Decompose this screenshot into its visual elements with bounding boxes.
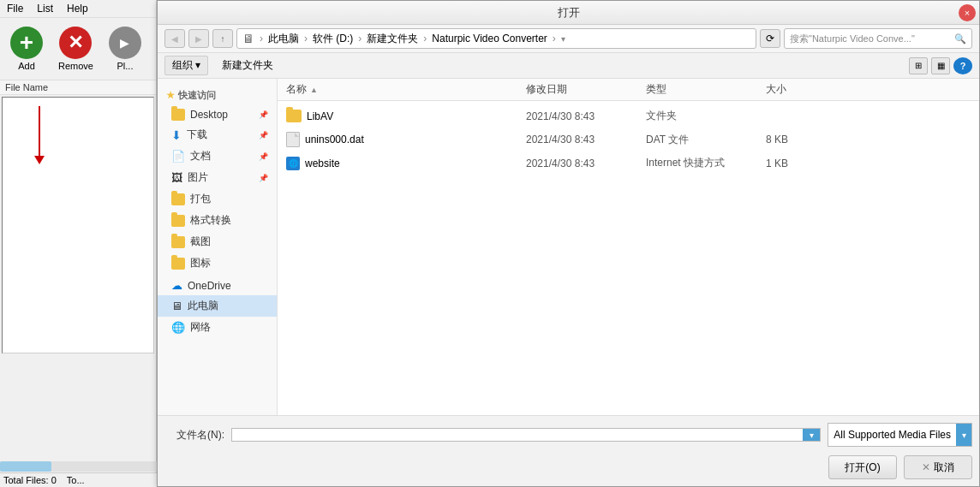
web-file-icon: 🌐 [286,157,300,170]
forward-button[interactable]: ▶ [188,29,209,48]
menu-bar: File List Help [0,0,156,18]
help-button[interactable]: ? [953,57,972,74]
sidebar-item-network[interactable]: 🌐 网络 [158,317,277,338]
pin-icon: 📌 [259,110,268,119]
path-segment-3: Naturpic Video Converter [432,33,547,45]
bottom-bar: Total Files: 0 To... [0,472,157,487]
sidebar-item-desktop[interactable]: Desktop 📌 [158,105,277,124]
file-list-area [2,97,154,353]
add-icon: + [10,27,43,59]
organize-button[interactable]: 组织 ▾ [164,56,208,75]
remove-button[interactable]: ✕ Remove [51,23,100,74]
sidebar-item-download[interactable]: ⬇ 下载 📌 [158,124,277,146]
computer-icon: 🖥 [171,300,182,312]
sidebar-item-onedrive[interactable]: ☁ OneDrive [158,274,277,295]
back-button[interactable]: ◀ [164,29,185,48]
table-row[interactable]: unins000.dat 2021/4/30 8:43 DAT 文件 8 KB [278,128,979,151]
open-button[interactable]: 打开(O) [828,455,897,479]
play-button[interactable]: ▶ Pl... [102,23,148,74]
sidebar-item-convert[interactable]: 格式转换 [158,210,277,231]
file-date-libav: 2021/4/30 8:43 [526,110,646,122]
dialog-bottom: 文件名(N): ▾ All Supported Media Files ▾ 打开… [158,415,979,486]
col-header-date[interactable]: 修改日期 [526,82,646,97]
nav-sidebar: ★ 快速访问 Desktop 📌 ⬇ 下载 📌 📄 文档 📌 🖼 图片 [158,79,278,415]
file-name-dat: unins000.dat [286,132,526,147]
dialog-toolbar: ◀ ▶ ↑ 🖥 › 此电脑 › 软件 (D:) › 新建文件夹 › Naturp… [158,25,979,53]
folder-icon [171,109,185,121]
search-placeholder-text: 搜索"Naturpic Video Conve..." [790,33,915,45]
menu-list[interactable]: List [35,2,55,15]
sidebar-item-images[interactable]: 🖼 图片 📌 [158,167,277,188]
filetype-dropdown-button[interactable]: ▾ [956,424,971,446]
file-size-dat: 8 KB [766,134,834,146]
view-grid-button[interactable]: ▦ [931,57,950,74]
sidebar-item-this-pc[interactable]: 🖥 此电脑 [158,295,277,317]
left-toolbar: + Add ✕ Remove ▶ Pl... [0,18,156,80]
filename-dropdown-button[interactable]: ▾ [803,429,820,441]
file-name-libav: LibAV [286,110,526,122]
filetype-wrapper[interactable]: All Supported Media Files ▾ [828,423,972,447]
path-bar[interactable]: 🖥 › 此电脑 › 软件 (D:) › 新建文件夹 › Naturpic Vid… [236,28,756,49]
image-icon: 🖼 [171,171,182,184]
view-details-button[interactable]: ⊞ [909,57,928,74]
folder-icon-4 [171,236,185,248]
action-buttons: 打开(O) ✕ 取消 [164,452,972,479]
file-table-header: 名称 ▲ 修改日期 类型 大小 [278,79,979,101]
new-folder-button[interactable]: 新建文件夹 [215,56,280,74]
sidebar-item-icons[interactable]: 图标 [158,252,277,274]
folder-icon-3 [171,215,185,227]
file-date-dat: 2021/4/30 8:43 [526,134,646,146]
cancel-button[interactable]: ✕ 取消 [904,455,972,479]
sidebar-item-screenshot[interactable]: 截图 [158,231,277,252]
folder-file-icon [286,110,302,122]
col-header-name[interactable]: 名称 ▲ [286,82,526,97]
scrollbar-area[interactable] [0,461,157,472]
up-button[interactable]: ↑ [212,29,233,48]
sidebar-item-pack[interactable]: 打包 [158,188,277,210]
table-row[interactable]: LibAV 2021/4/30 8:43 文件夹 [278,104,979,128]
menu-file[interactable]: File [5,2,25,15]
play-icon: ▶ [109,27,141,59]
col-header-size[interactable]: 大小 [766,82,834,97]
menu-help[interactable]: Help [65,2,90,15]
scrollbar-thumb[interactable] [0,461,51,472]
quick-access-header: ★ 快速访问 [158,86,277,105]
onedrive-icon: ☁ [171,279,182,292]
remove-label: Remove [58,61,93,71]
path-computer-icon: 🖥 [242,32,254,45]
filetype-text: All Supported Media Files [828,424,956,446]
filename-label: 文件名(N): [164,428,224,442]
search-bar[interactable]: 搜索"Naturpic Video Conve..." 🔍 [784,28,972,49]
dialog-body: ★ 快速访问 Desktop 📌 ⬇ 下载 📌 📄 文档 📌 🖼 图片 [158,79,979,415]
add-button[interactable]: + Add [3,23,50,74]
filename-row: 文件名(N): ▾ All Supported Media Files ▾ [164,423,972,447]
file-area: 名称 ▲ 修改日期 类型 大小 LibAV [278,79,979,415]
col-header-type[interactable]: 类型 [646,82,766,97]
file-dialog: 打开 × ◀ ▶ ↑ 🖥 › 此电脑 › 软件 (D:) › 新建文件夹 › N… [157,0,980,487]
doc-icon: 📄 [171,150,185,163]
file-table-body: LibAV 2021/4/30 8:43 文件夹 [278,101,979,415]
filename-input[interactable] [232,429,803,441]
dialog-title-bar: 打开 × [158,1,979,25]
table-row[interactable]: 🌐 website 2021/4/30 8:43 Internet 快捷方式 1… [278,151,979,175]
file-size-website: 1 KB [766,157,834,169]
file-name-website: 🌐 website [286,157,526,170]
add-label: Add [18,61,35,71]
dat-file-icon [286,132,300,147]
pin-icon-3: 📌 [259,152,268,161]
file-date-website: 2021/4/30 8:43 [526,157,646,169]
search-icon: 🔍 [954,33,966,45]
arrow-indicator [39,106,40,157]
path-dropdown-icon[interactable]: ▾ [561,34,565,44]
sidebar-item-docs[interactable]: 📄 文档 📌 [158,146,277,167]
star-icon: ★ [166,90,175,101]
filename-input-wrapper[interactable]: ▾ [231,428,821,442]
dialog-title: 打开 [558,5,580,21]
refresh-button[interactable]: ⟳ [760,29,780,48]
path-segment-1: 软件 (D:) [313,32,353,46]
total-files-text: Total Files: 0 [3,475,57,485]
remove-icon: ✕ [59,27,92,59]
folder-icon-2 [171,193,185,205]
file-type-libav: 文件夹 [646,109,766,123]
dialog-close-button[interactable]: × [959,4,976,21]
